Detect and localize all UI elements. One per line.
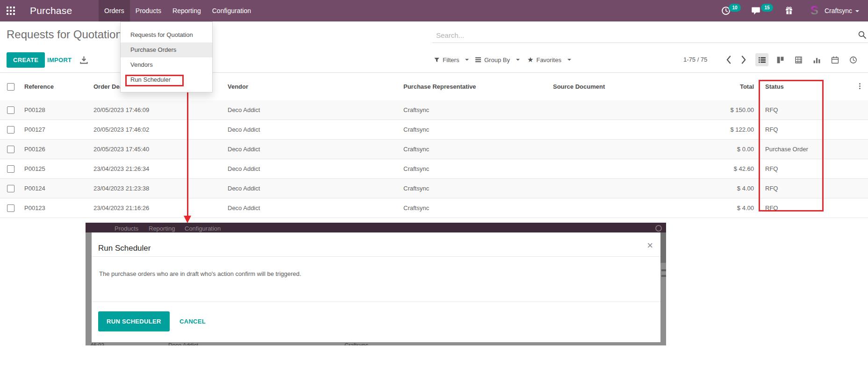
table-row[interactable]: P00127 20/05/2023 17:46:02 Deco Addict C… <box>0 120 868 140</box>
dimmed-vendor: Deco Addict <box>168 342 198 345</box>
user-avatar[interactable]: S <box>808 4 821 17</box>
cell-order-deadline: 20/05/2023 17:45:40 <box>93 140 149 159</box>
dropdown-item-purchase-orders[interactable]: Purchase Orders <box>121 42 212 57</box>
menu-reporting[interactable]: Reporting <box>167 0 207 21</box>
activity-view-icon[interactable] <box>846 53 860 66</box>
app-title[interactable]: Purchase <box>30 0 72 21</box>
messages-icon[interactable] <box>751 6 760 15</box>
cell-status: RFQ <box>765 120 778 139</box>
cell-status: RFQ <box>765 198 778 218</box>
run-scheduler-dialog: Run Scheduler × The purchase orders who … <box>92 232 660 342</box>
import-button[interactable]: IMPORT <box>47 52 72 68</box>
column-header-representative[interactable]: Purchase Representative <box>403 73 476 100</box>
dimmed-navbar: Products Reporting Configuration <box>86 223 666 232</box>
optional-columns-icon[interactable] <box>856 83 863 91</box>
group-by-button[interactable]: Group By <box>475 56 520 64</box>
cell-vendor: Deco Addict <box>228 100 260 120</box>
cell-total: $ 4.00 <box>664 198 754 218</box>
dimmed-time: 46:02 <box>90 342 104 345</box>
cell-order-deadline: 20/05/2023 17:46:09 <box>93 100 149 120</box>
select-all-checkbox[interactable] <box>7 83 14 91</box>
favorites-button[interactable]: ★ Favorites <box>527 56 571 64</box>
activity-badge: 10 <box>729 4 741 12</box>
dimmed-edge <box>661 275 666 277</box>
row-checkbox[interactable] <box>7 146 14 153</box>
cell-reference: P00127 <box>24 120 45 139</box>
column-header-total[interactable]: Total <box>664 73 754 100</box>
menu-orders[interactable]: Orders <box>99 0 130 21</box>
row-checkbox[interactable] <box>7 185 14 192</box>
table-row[interactable]: P00128 20/05/2023 17:46:09 Deco Addict C… <box>0 100 868 120</box>
create-button[interactable]: CREATE <box>7 52 45 68</box>
column-header-vendor[interactable]: Vendor <box>228 73 248 100</box>
cell-total: $ 42.60 <box>664 159 754 178</box>
dropdown-item-run-scheduler[interactable]: Run Scheduler <box>121 72 212 87</box>
page-title: Requests for Quotation <box>7 28 122 41</box>
run-scheduler-button[interactable]: RUN SCHEDULER <box>98 311 170 331</box>
pivot-view-icon[interactable] <box>792 53 805 66</box>
cell-total: $ 150.00 <box>664 100 754 120</box>
cell-vendor: Deco Addict <box>228 179 260 198</box>
row-checkbox[interactable] <box>7 204 14 212</box>
cell-reference: P00124 <box>24 179 45 198</box>
cell-order-deadline: 23/04/2023 21:26:34 <box>93 159 149 178</box>
cell-order-deadline: 23/04/2023 21:16:26 <box>93 198 149 218</box>
star-icon: ★ <box>527 56 533 64</box>
view-switcher <box>755 53 860 66</box>
top-navbar: Purchase Orders Products Reporting Confi… <box>0 0 868 21</box>
search-icon[interactable] <box>858 31 866 39</box>
cell-status: RFQ <box>765 159 778 178</box>
close-icon[interactable]: × <box>647 240 653 251</box>
row-checkbox[interactable] <box>7 165 14 173</box>
apps-grid-icon[interactable] <box>7 7 15 15</box>
export-download-icon[interactable] <box>79 56 88 64</box>
table-row[interactable]: P00126 20/05/2023 17:45:40 Deco Addict C… <box>0 140 868 159</box>
table-row[interactable]: P00123 23/04/2023 21:16:26 Deco Addict C… <box>0 198 868 218</box>
cell-vendor: Deco Addict <box>228 198 260 218</box>
kanban-view-icon[interactable] <box>774 53 787 66</box>
pager-next-icon[interactable] <box>740 55 747 64</box>
pager-previous-icon[interactable] <box>725 55 732 64</box>
cancel-button[interactable]: CANCEL <box>179 311 206 331</box>
row-checkbox[interactable] <box>7 126 14 134</box>
column-header-source-document[interactable]: Source Document <box>553 73 605 100</box>
cell-representative: Craftsync <box>403 120 429 139</box>
chevron-down-icon <box>465 59 469 61</box>
main-menu: Orders Products Reporting Configuration <box>99 0 257 21</box>
calendar-view-icon[interactable] <box>828 53 841 66</box>
gift-icon[interactable] <box>785 6 793 15</box>
user-menu[interactable]: Craftsync <box>825 0 859 21</box>
dropdown-item-requests-for-quotation[interactable]: Requests for Quotation <box>121 28 212 42</box>
cell-reference: P00125 <box>24 159 45 178</box>
cell-status: RFQ <box>765 179 778 198</box>
menu-configuration[interactable]: Configuration <box>207 0 257 21</box>
pager-value[interactable]: 1-75 / 75 <box>683 56 707 63</box>
list-view-icon[interactable] <box>755 53 768 66</box>
graph-view-icon[interactable] <box>810 53 823 66</box>
search-input[interactable] <box>432 28 868 43</box>
table-row[interactable]: P00125 23/04/2023 21:26:34 Deco Addict C… <box>0 159 868 179</box>
menu-products[interactable]: Products <box>130 0 167 21</box>
cell-vendor: Deco Addict <box>228 159 260 178</box>
cell-status: Purchase Order <box>765 140 808 159</box>
dialog-title: Run Scheduler <box>98 244 151 253</box>
cell-total: $ 122.00 <box>664 120 754 139</box>
column-header-status[interactable]: Status <box>765 73 784 100</box>
cell-status: RFQ <box>765 100 778 120</box>
dialog-header-divider <box>92 256 660 257</box>
orders-dropdown-menu: Requests for Quotation Purchase Orders V… <box>120 21 213 92</box>
cell-vendor: Deco Addict <box>228 140 260 159</box>
dimmed-edge <box>660 232 666 263</box>
table-row[interactable]: P00124 23/04/2023 21:23:38 Deco Addict C… <box>0 179 868 198</box>
cell-representative: Craftsync <box>403 179 429 198</box>
dimmed-menu-products: Products <box>115 225 138 232</box>
cell-representative: Craftsync <box>403 100 429 120</box>
column-header-reference[interactable]: Reference <box>24 73 54 100</box>
dimmed-menu-reporting: Reporting <box>149 225 175 232</box>
chevron-down-icon <box>567 59 571 61</box>
row-checkbox[interactable] <box>7 106 14 114</box>
filters-button[interactable]: Filters <box>434 56 469 64</box>
chevron-down-icon <box>855 10 859 12</box>
dropdown-item-vendors[interactable]: Vendors <box>121 57 212 72</box>
cell-reference: P00126 <box>24 140 45 159</box>
